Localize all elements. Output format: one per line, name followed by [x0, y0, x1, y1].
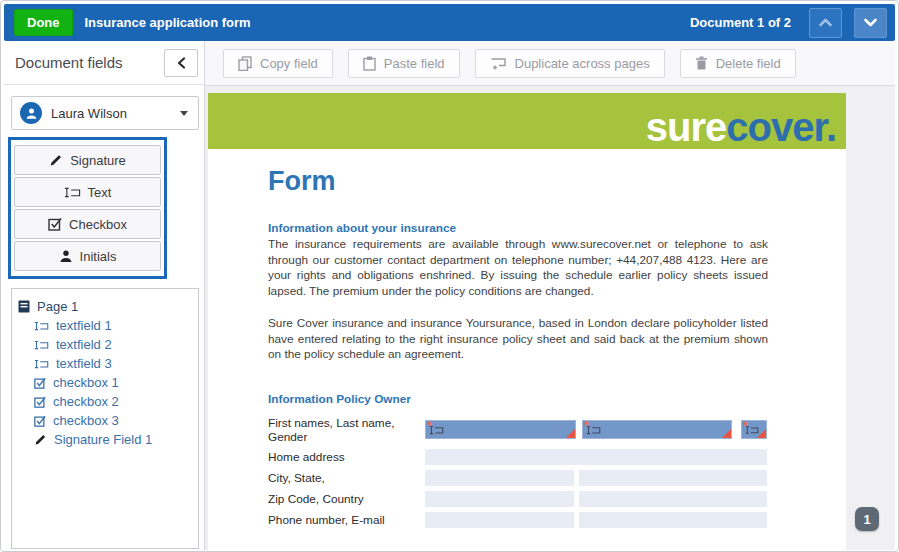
person-avatar-icon: [20, 102, 42, 124]
tree-item-checkbox-1[interactable]: checkbox 1: [18, 373, 192, 392]
field-button-label: Signature: [70, 153, 126, 168]
pencil-icon: [49, 153, 63, 167]
chevron-up-icon: [819, 18, 832, 27]
text-field-icon: [64, 187, 81, 198]
form-blank-field: [579, 512, 767, 528]
tool-button-label: Duplicate across pages: [515, 56, 650, 71]
page-number-badge: 1: [855, 507, 879, 531]
tree-item-label: checkbox 3: [53, 413, 119, 428]
form-blank-field: [425, 512, 574, 528]
chevron-left-icon: [177, 57, 186, 69]
previous-document-button[interactable]: [809, 8, 842, 38]
add-text-field-button[interactable]: Text: [14, 177, 161, 207]
caret-down-icon: [180, 111, 188, 116]
form-blank-field: [579, 491, 767, 507]
signer-name: Laura Wilson: [51, 106, 171, 121]
row-label: Zip Code, Country: [268, 492, 425, 506]
tool-button-label: Paste field: [384, 56, 445, 71]
tree-item-textfield-2[interactable]: textfield 2: [18, 335, 192, 354]
copy-icon: [238, 56, 252, 71]
field-button-label: Initials: [80, 249, 117, 264]
trash-icon: [695, 56, 708, 70]
document-viewport[interactable]: surecover. Form Information about your i…: [205, 87, 895, 550]
main-area: Copy field Paste field: [205, 41, 895, 550]
logo-part-sure: sure: [646, 105, 727, 149]
form-row-spouse: Spouse's family name, First name: [268, 548, 768, 550]
tree-page-label: Page 1: [37, 299, 78, 314]
document-title: Insurance application form: [85, 15, 251, 30]
tree-item-checkbox-2[interactable]: checkbox 2: [18, 392, 192, 411]
tree-item-label: textfield 2: [56, 337, 112, 352]
paste-icon: [363, 56, 376, 71]
checkbox-icon: [34, 396, 46, 408]
document-content: Form Information about your insurance Th…: [208, 149, 846, 550]
tree-item-checkbox-3[interactable]: checkbox 3: [18, 411, 192, 430]
required-marker: *: [743, 420, 748, 433]
form-blank-field: [579, 470, 767, 486]
form-blank-field: [425, 449, 767, 465]
pencil-icon: [34, 433, 47, 446]
form-row-home-address: Home address: [268, 449, 768, 465]
document-fields-sidebar: Document fields Laura Wilson: [4, 41, 205, 550]
field-buttons-selection-box: Signature Text: [8, 137, 167, 279]
signer-dropdown[interactable]: Laura Wilson: [11, 96, 199, 130]
field-button-label: Checkbox: [69, 217, 127, 232]
text-field-icon: [34, 359, 49, 369]
sidebar-header: Document fields: [4, 41, 204, 85]
form-row-names: First names, Last name, Gender *: [268, 416, 768, 444]
form-row-phone-email: Phone number, E-mail: [268, 512, 768, 528]
resize-handle[interactable]: [566, 429, 575, 438]
field-button-label: Text: [88, 185, 112, 200]
form-blank-field: [425, 470, 574, 486]
tree-item-label: checkbox 2: [53, 394, 119, 409]
paragraph-declaration: Sure Cover insurance and insurance Yours…: [268, 316, 768, 363]
document-heading: Form: [268, 166, 768, 197]
tree-item-label: textfield 3: [56, 356, 112, 371]
duplicate-icon: [490, 57, 507, 70]
tool-button-label: Delete field: [716, 56, 781, 71]
document-counter: Document 1 of 2: [690, 15, 791, 30]
person-icon: [59, 249, 73, 263]
duplicate-across-pages-button[interactable]: Duplicate across pages: [475, 49, 665, 78]
resize-handle[interactable]: [722, 429, 731, 438]
form-row-city-state: City, State,: [268, 470, 768, 486]
section-title-insurance-info: Information about your insurance: [268, 221, 768, 235]
page-icon: [18, 300, 30, 313]
tree-page-1[interactable]: Page 1: [18, 297, 192, 316]
form-row-zip-country: Zip Code, Country: [268, 491, 768, 507]
add-checkbox-field-button[interactable]: Checkbox: [14, 209, 161, 239]
text-field-icon: [34, 340, 49, 350]
add-initials-field-button[interactable]: Initials: [14, 241, 161, 271]
tree-item-label: textfield 1: [56, 318, 112, 333]
checkbox-icon: [34, 377, 46, 389]
placed-textfield-3[interactable]: *: [741, 420, 767, 439]
document-page: surecover. Form Information about your i…: [208, 93, 846, 550]
tree-item-textfield-1[interactable]: textfield 1: [18, 316, 192, 335]
tree-item-label: checkbox 1: [53, 375, 119, 390]
placed-textfield-1[interactable]: *: [425, 420, 576, 439]
form-blank-field: [425, 491, 574, 507]
next-document-button[interactable]: [854, 8, 887, 38]
done-button[interactable]: Done: [14, 9, 73, 36]
placed-textfield-2[interactable]: *: [582, 420, 732, 439]
add-signature-field-button[interactable]: Signature: [14, 145, 161, 175]
collapse-sidebar-button[interactable]: [164, 49, 198, 77]
required-marker: *: [584, 420, 589, 433]
section-title-policy-owner: Information Policy Owner: [268, 392, 768, 406]
row-label: Phone number, E-mail: [268, 513, 425, 527]
surecover-logo: surecover.: [646, 107, 836, 147]
paragraph-insurance-info: The insurance requirements are available…: [268, 237, 768, 300]
fields-tree: Page 1 textfield 1 textfield 2: [11, 288, 199, 549]
tree-item-signature-field-1[interactable]: Signature Field 1: [18, 430, 192, 449]
paste-field-button[interactable]: Paste field: [348, 49, 460, 78]
app-window: Done Insurance application form Document…: [0, 0, 899, 552]
row-label: Home address: [268, 450, 425, 464]
field-toolbar: Copy field Paste field: [205, 41, 895, 86]
sidebar-title: Document fields: [15, 54, 164, 71]
checkbox-icon: [48, 217, 62, 231]
row-label: First names, Last name, Gender: [268, 416, 425, 444]
tree-item-textfield-3[interactable]: textfield 3: [18, 354, 192, 373]
copy-field-button[interactable]: Copy field: [223, 49, 333, 78]
delete-field-button[interactable]: Delete field: [680, 49, 796, 78]
resize-handle[interactable]: [757, 429, 766, 438]
